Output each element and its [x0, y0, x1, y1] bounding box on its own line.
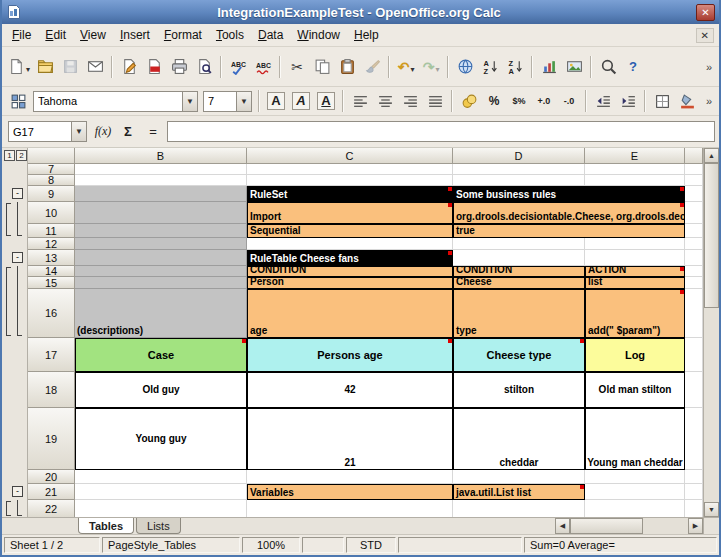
cell-D19[interactable]: cheddar [453, 408, 585, 470]
menu-format[interactable]: Format [157, 25, 209, 45]
name-box[interactable]: ▼ [8, 121, 87, 142]
column-header-B[interactable]: B [75, 148, 247, 164]
cell-F20[interactable] [685, 470, 703, 484]
grid-button[interactable] [6, 89, 30, 113]
function-wizard-button[interactable]: f(x) [92, 122, 114, 142]
menu-help[interactable]: Help [347, 25, 386, 45]
column-header-D[interactable]: D [453, 148, 585, 164]
cell-B20[interactable] [75, 470, 247, 484]
add-decimal-button[interactable]: +.0 [532, 89, 556, 113]
cell-D22[interactable] [453, 500, 585, 517]
cell-F18[interactable] [685, 372, 703, 408]
row-header-15[interactable]: 15 [28, 277, 75, 289]
cell-D13[interactable] [453, 250, 585, 266]
currency-format-button[interactable] [457, 89, 481, 113]
scroll-right-button[interactable]: ▶ [688, 518, 703, 534]
cell-F8[interactable] [685, 175, 703, 186]
tab-tables[interactable]: Tables [78, 518, 134, 534]
sum-button[interactable]: Σ [117, 122, 139, 142]
tab-lists[interactable]: Lists [136, 518, 181, 534]
scroll-up-button[interactable]: ▲ [704, 148, 719, 163]
cell-E14[interactable]: ACTION [585, 266, 685, 277]
cell-F14[interactable] [685, 266, 703, 277]
toolbar-overflow-button[interactable]: » [703, 61, 715, 73]
email-button[interactable] [83, 55, 107, 79]
scroll-left-button[interactable]: ◀ [555, 518, 570, 534]
cell-D10[interactable]: org.drools.decisiontable.Cheese, org.dro… [453, 202, 685, 224]
cell-B13[interactable] [75, 250, 247, 266]
status-page-style[interactable]: PageStyle_Tables [102, 537, 240, 553]
cell-C11[interactable]: Sequential [247, 224, 453, 238]
zoom-button[interactable] [596, 55, 620, 79]
align-right-button[interactable] [398, 89, 422, 113]
status-selection-mode[interactable]: STD [346, 537, 396, 553]
cell-D20[interactable] [453, 470, 585, 484]
cell-F15[interactable] [685, 277, 703, 289]
column-header-partial[interactable] [685, 148, 703, 164]
cell-C13[interactable]: RuleTable Cheese fans [247, 250, 453, 266]
cell-B15[interactable] [75, 277, 247, 289]
underline-button[interactable]: A [314, 89, 338, 113]
row-header-21[interactable]: 21 [28, 484, 75, 500]
cell-E15[interactable]: list [585, 277, 685, 289]
horizontal-scrollbar[interactable]: ◀ ▶ [555, 518, 703, 534]
outline-collapse-button[interactable]: - [12, 188, 23, 199]
cell-C10[interactable]: Import [247, 202, 453, 224]
cell-E22[interactable] [585, 500, 685, 517]
help-button[interactable]: ? [621, 55, 645, 79]
save-button[interactable] [58, 55, 82, 79]
cut-button[interactable]: ✂ [285, 55, 309, 79]
cell-E20[interactable] [585, 470, 685, 484]
cell-C9[interactable]: RuleSet [247, 186, 453, 202]
cell-C14[interactable]: CONDITION [247, 266, 453, 277]
row-header-7[interactable]: 7 [28, 164, 75, 175]
row-header-12[interactable]: 12 [28, 238, 75, 250]
increase-indent-button[interactable] [616, 89, 640, 113]
formula-input-line[interactable] [167, 121, 715, 142]
cell-F21[interactable] [685, 484, 703, 500]
redo-button[interactable]: ↷ [419, 55, 443, 79]
delete-decimal-button[interactable]: -.0 [557, 89, 581, 113]
cell-D21[interactable]: java.util.List list [453, 484, 585, 500]
cell-D15[interactable]: Cheese [453, 277, 585, 289]
cell-B7[interactable] [75, 164, 247, 175]
cell-E8[interactable] [585, 175, 685, 186]
sort-ascending-button[interactable]: AZ [478, 55, 502, 79]
cell-B11[interactable] [75, 224, 247, 238]
cell-B18[interactable]: Old guy [75, 372, 247, 408]
percent-format-button[interactable]: % [482, 89, 506, 113]
cell-C22[interactable] [247, 500, 453, 517]
cell-E16[interactable]: add(" $param") [585, 289, 685, 338]
cell-E7[interactable] [585, 164, 685, 175]
italic-button[interactable]: A [289, 89, 313, 113]
cell-C18[interactable]: 42 [247, 372, 453, 408]
status-sheet-position[interactable]: Sheet 1 / 2 [4, 537, 100, 553]
cell-E21[interactable] [585, 484, 685, 500]
cell-D7[interactable] [453, 164, 585, 175]
cell-F19[interactable] [685, 408, 703, 470]
cell-F12[interactable] [685, 238, 703, 250]
menu-edit[interactable]: Edit [38, 25, 73, 45]
row-header-9[interactable]: 9 [28, 186, 75, 202]
row-header-20[interactable]: 20 [28, 470, 75, 484]
cell-F10[interactable] [685, 202, 703, 224]
horizontal-scroll-track[interactable] [570, 518, 688, 534]
cell-B8[interactable] [75, 175, 247, 186]
bold-button[interactable]: A [264, 89, 288, 113]
toolbar-overflow-button[interactable]: » [703, 95, 715, 107]
cell-E19[interactable]: Young man cheddar [585, 408, 685, 470]
menu-insert[interactable]: Insert [113, 25, 157, 45]
format-paintbrush-button[interactable] [360, 55, 384, 79]
status-insert-mode[interactable] [302, 537, 344, 553]
row-header-8[interactable]: 8 [28, 175, 75, 186]
font-size-input[interactable] [204, 93, 236, 110]
vertical-scrollbar[interactable]: ▲ ▼ [703, 148, 719, 517]
cell-B16[interactable]: (descriptions) [75, 289, 247, 338]
decrease-indent-button[interactable] [591, 89, 615, 113]
column-header-E[interactable]: E [585, 148, 685, 164]
align-center-button[interactable] [373, 89, 397, 113]
select-all-corner[interactable] [28, 148, 75, 164]
row-header-17[interactable]: 17 [28, 338, 75, 372]
cell-E18[interactable]: Old man stilton [585, 372, 685, 408]
sort-descending-button[interactable]: ZA [503, 55, 527, 79]
